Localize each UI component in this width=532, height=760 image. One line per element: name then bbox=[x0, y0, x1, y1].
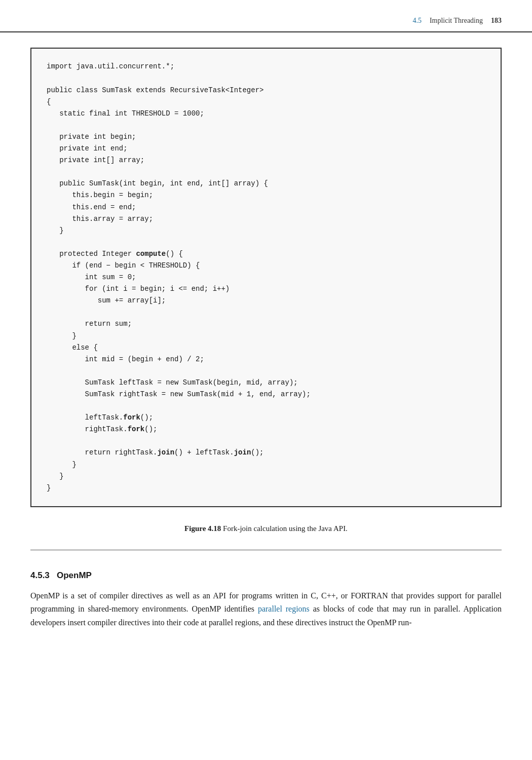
code-line-31: leftTask.fork(); bbox=[47, 413, 153, 422]
code-line-3: public class SumTask extends RecursiveTa… bbox=[47, 86, 263, 94]
code-line-24: } bbox=[47, 332, 77, 340]
code-line-15: } bbox=[47, 226, 64, 235]
code-line-7: private int begin; bbox=[47, 133, 136, 141]
code-line-14: this.array = array; bbox=[47, 215, 153, 223]
code-line-20: for (int i = begin; i <= end; i++) bbox=[47, 285, 230, 293]
code-line-8: private int end; bbox=[47, 144, 128, 153]
page: 4.5 Implicit Threading 183 import java.u… bbox=[0, 0, 532, 760]
page-header: 4.5 Implicit Threading 183 bbox=[0, 0, 532, 32]
code-line-1: import java.util.concurrent.*; bbox=[47, 62, 174, 70]
code-line-28: SumTask leftTask = new SumTask(begin, mi… bbox=[47, 378, 298, 387]
code-line-5: static final int THRESHOLD = 1000; bbox=[47, 109, 204, 118]
code-line-23: return sum; bbox=[47, 320, 132, 328]
section-title: OpenMP bbox=[57, 571, 92, 580]
code-block: import java.util.concurrent.*; public cl… bbox=[47, 61, 485, 493]
highlight-parallel-regions: parallel regions bbox=[258, 604, 310, 613]
code-line-25: else { bbox=[47, 344, 98, 352]
code-line-12: this.begin = begin; bbox=[47, 191, 153, 199]
code-line-19: int sum = 0; bbox=[47, 273, 136, 281]
section-divider bbox=[30, 550, 502, 550]
code-line-35: } bbox=[47, 461, 77, 469]
code-line-37: } bbox=[47, 484, 51, 492]
body-paragraph: OpenMP is a set of compiler directives a… bbox=[30, 589, 502, 629]
code-line-21: sum += array[i]; bbox=[47, 296, 166, 305]
figure-caption-text: Fork-join calculation using the Java API… bbox=[223, 524, 348, 533]
page-number: 183 bbox=[491, 15, 502, 26]
section-name: Implicit Threading bbox=[430, 15, 483, 26]
section-heading: 4.5.3 OpenMP bbox=[30, 568, 502, 582]
code-line-18: if (end − begin < THRESHOLD) { bbox=[47, 261, 200, 270]
code-line-4: { bbox=[47, 98, 51, 106]
code-line-26: int mid = (begin + end) / 2; bbox=[47, 355, 204, 363]
figure-caption: Figure 4.18 Fork-join calculation using … bbox=[30, 522, 502, 535]
code-line-9: private int[] array; bbox=[47, 156, 144, 164]
header-section: 4.5 Implicit Threading 183 bbox=[412, 15, 502, 26]
section-label: 4.5 bbox=[412, 15, 422, 26]
code-container: import java.util.concurrent.*; public cl… bbox=[30, 48, 502, 507]
figure-label: Figure 4.18 bbox=[184, 524, 221, 533]
section-number: 4.5.3 bbox=[30, 571, 50, 580]
code-line-29: SumTask rightTask = new SumTask(mid + 1,… bbox=[47, 390, 311, 398]
code-line-36: } bbox=[47, 472, 64, 480]
code-line-17: protected Integer compute() { bbox=[47, 250, 183, 258]
code-line-34: return rightTask.join() + leftTask.join(… bbox=[47, 448, 264, 457]
code-line-13: this.end = end; bbox=[47, 203, 136, 211]
code-line-32: rightTask.fork(); bbox=[47, 425, 157, 433]
code-line-11: public SumTask(int begin, int end, int[]… bbox=[47, 179, 268, 187]
